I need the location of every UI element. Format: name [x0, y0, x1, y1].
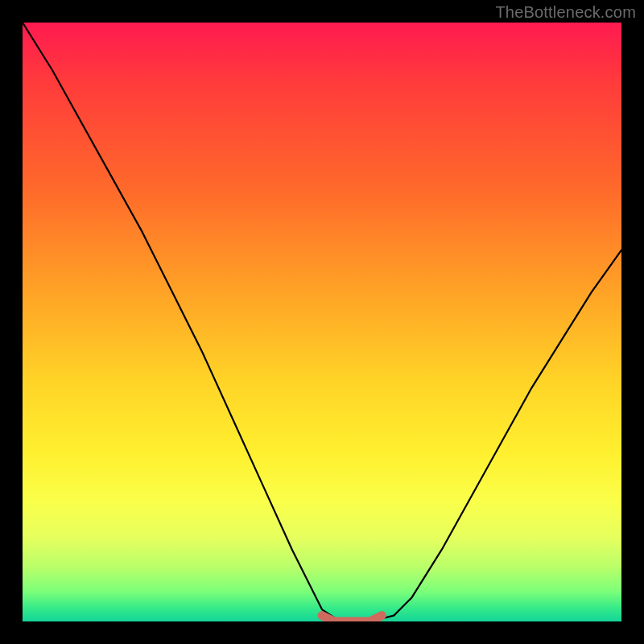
- curve-layer: [23, 23, 621, 621]
- valley-highlight: [322, 616, 382, 621]
- watermark-text: TheBottleneck.com: [495, 3, 636, 22]
- bottleneck-curve: [23, 23, 621, 621]
- plot-area: [23, 23, 621, 621]
- chart-frame: TheBottleneck.com: [0, 0, 644, 644]
